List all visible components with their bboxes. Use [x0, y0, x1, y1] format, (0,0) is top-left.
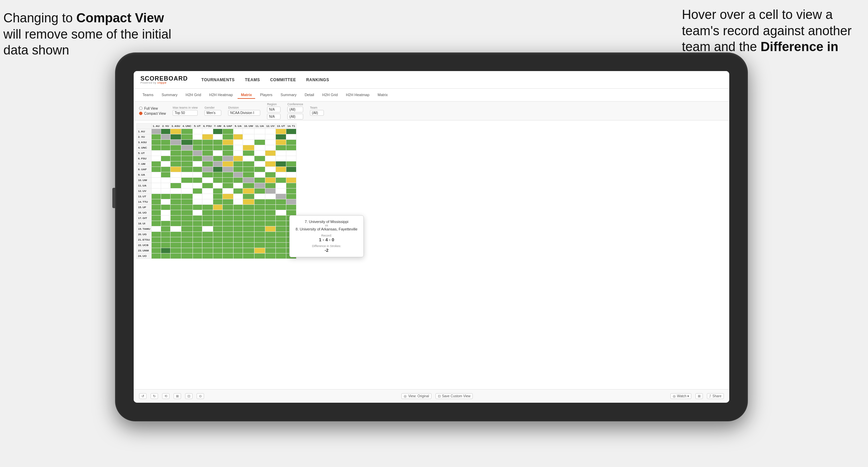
matrix-cell[interactable]	[181, 172, 193, 178]
matrix-cell[interactable]	[276, 134, 286, 140]
matrix-cell[interactable]	[233, 237, 243, 243]
matrix-cell[interactable]	[213, 151, 222, 156]
matrix-cell[interactable]	[181, 161, 193, 167]
matrix-cell[interactable]	[213, 156, 222, 161]
matrix-cell[interactable]	[170, 210, 181, 216]
matrix-cell[interactable]	[286, 210, 296, 216]
matrix-cell[interactable]	[151, 145, 161, 151]
matrix-cell[interactable]	[213, 129, 222, 134]
matrix-cell[interactable]	[193, 243, 202, 248]
tab-summary2[interactable]: Summary	[277, 91, 300, 99]
matrix-cell[interactable]	[193, 140, 202, 145]
matrix-cell[interactable]	[265, 178, 275, 183]
matrix-cell[interactable]	[202, 205, 213, 210]
matrix-cell[interactable]	[151, 183, 161, 188]
matrix-cell[interactable]	[161, 145, 170, 151]
matrix-cell[interactable]	[243, 205, 254, 210]
matrix-cell[interactable]	[243, 156, 254, 161]
matrix-cell[interactable]	[243, 161, 254, 167]
matrix-cell[interactable]	[213, 161, 222, 167]
matrix-cell[interactable]	[254, 161, 265, 167]
matrix-cell[interactable]	[161, 156, 170, 161]
nav-rankings[interactable]: RANKINGS	[306, 76, 329, 84]
matrix-cell[interactable]	[181, 221, 193, 226]
matrix-cell[interactable]	[233, 167, 243, 172]
matrix-cell[interactable]	[202, 232, 213, 237]
matrix-cell[interactable]	[170, 199, 181, 205]
matrix-cell[interactable]	[222, 243, 233, 248]
matrix-cell[interactable]	[254, 194, 265, 199]
matrix-cell[interactable]	[202, 145, 213, 151]
matrix-cell[interactable]	[265, 167, 275, 172]
matrix-cell[interactable]	[243, 237, 254, 243]
matrix-cell[interactable]	[233, 140, 243, 145]
matrix-cell[interactable]	[181, 205, 193, 210]
matrix-cell[interactable]	[213, 237, 222, 243]
matrix-cell[interactable]	[265, 129, 275, 134]
matrix-cell[interactable]	[151, 243, 161, 248]
matrix-cell[interactable]	[286, 140, 296, 145]
matrix-cell[interactable]	[222, 210, 233, 216]
matrix-cell[interactable]	[161, 216, 170, 221]
matrix-cell[interactable]	[181, 253, 193, 259]
matrix-cell[interactable]	[276, 243, 286, 248]
matrix-cell[interactable]	[243, 134, 254, 140]
nav-teams[interactable]: TEAMS	[245, 76, 260, 84]
matrix-cell[interactable]	[233, 194, 243, 199]
matrix-cell[interactable]	[193, 134, 202, 140]
matrix-cell[interactable]	[254, 178, 265, 183]
matrix-cell[interactable]	[170, 151, 181, 156]
matrix-cell[interactable]	[265, 221, 275, 226]
matrix-cell[interactable]	[254, 167, 265, 172]
matrix-cell[interactable]	[202, 167, 213, 172]
matrix-cell[interactable]	[170, 183, 181, 188]
matrix-cell[interactable]	[161, 167, 170, 172]
matrix-cell[interactable]	[222, 216, 233, 221]
matrix-cell[interactable]	[233, 151, 243, 156]
matrix-cell[interactable]	[213, 140, 222, 145]
matrix-cell[interactable]	[170, 205, 181, 210]
matrix-cell[interactable]	[161, 178, 170, 183]
matrix-cell[interactable]	[265, 253, 275, 259]
matrix-cell[interactable]	[161, 188, 170, 194]
matrix-cell[interactable]	[161, 194, 170, 199]
matrix-cell[interactable]	[202, 199, 213, 205]
matrix-cell[interactable]	[181, 199, 193, 205]
save-custom-button[interactable]: ⊡ Save Custom View	[436, 393, 473, 399]
matrix-cell[interactable]	[151, 194, 161, 199]
matrix-cell[interactable]	[161, 199, 170, 205]
matrix-cell[interactable]	[233, 145, 243, 151]
matrix-cell[interactable]	[161, 210, 170, 216]
matrix-cell[interactable]	[151, 188, 161, 194]
matrix-cell[interactable]	[170, 172, 181, 178]
redo-button[interactable]: ↻	[151, 393, 158, 399]
matrix-cell[interactable]	[265, 151, 275, 156]
matrix-cell[interactable]	[170, 237, 181, 243]
matrix-cell[interactable]	[181, 243, 193, 248]
tab-h2h-heatmap[interactable]: H2H Heatmap	[206, 91, 236, 99]
matrix-cell[interactable]	[276, 145, 286, 151]
matrix-cell[interactable]	[254, 188, 265, 194]
matrix-cell[interactable]	[243, 243, 254, 248]
matrix-cell[interactable]	[193, 129, 202, 134]
tab-h2h-grid[interactable]: H2H Grid	[182, 91, 204, 99]
matrix-cell[interactable]	[222, 221, 233, 226]
matrix-cell[interactable]	[286, 194, 296, 199]
matrix-cell[interactable]	[181, 156, 193, 161]
matrix-cell[interactable]	[254, 151, 265, 156]
matrix-cell[interactable]	[222, 178, 233, 183]
matrix-cell[interactable]	[265, 243, 275, 248]
matrix-cell[interactable]	[170, 188, 181, 194]
tab-matrix2[interactable]: Matrix	[374, 91, 391, 99]
matrix-cell[interactable]	[181, 248, 193, 253]
tab-h2h-grid2[interactable]: H2H Grid	[319, 91, 341, 99]
undo-button[interactable]: ↺	[139, 393, 147, 399]
matrix-cell[interactable]	[151, 134, 161, 140]
matrix-cell[interactable]	[181, 232, 193, 237]
matrix-cell[interactable]	[170, 156, 181, 161]
conference-select2[interactable]: (All)	[287, 114, 303, 119]
matrix-cell[interactable]	[254, 145, 265, 151]
matrix-cell[interactable]	[151, 167, 161, 172]
matrix-cell[interactable]	[213, 243, 222, 248]
matrix-cell[interactable]	[276, 172, 286, 178]
